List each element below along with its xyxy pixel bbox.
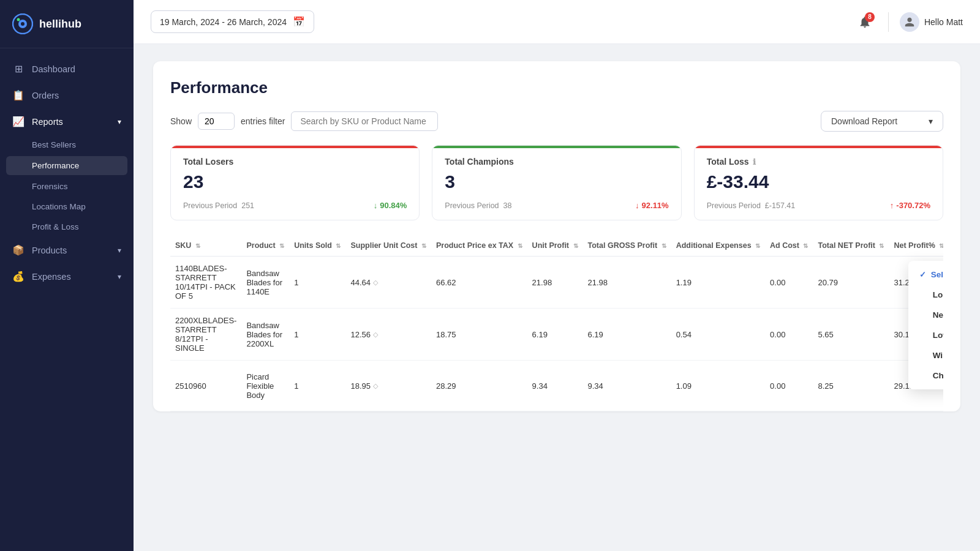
- total-loss-trend: ↑ -370.72%: [890, 201, 930, 210]
- total-losers-prev: Previous Period 251: [183, 201, 254, 210]
- cell-net-1: 20.79: [813, 257, 889, 309]
- cell-supplier-2: 12.56 ◇: [345, 309, 431, 361]
- reports-icon: 📈: [12, 116, 24, 127]
- cell-price-1: 66.62: [431, 257, 527, 309]
- notification-button[interactable]: 8: [853, 10, 877, 34]
- info-icon[interactable]: ℹ: [753, 157, 756, 167]
- total-champions-footer: Previous Period 38 ↓ 92.11%: [445, 201, 668, 210]
- cell-units-1: 1: [289, 257, 345, 309]
- adcost-sort-icon[interactable]: ⇅: [803, 242, 808, 249]
- svg-point-2: [21, 22, 24, 26]
- sidebar-label-reports: Reports: [32, 117, 63, 127]
- total-champions-card: Total Champions 3 Previous Period 38 ↓ 9…: [432, 145, 681, 220]
- reports-submenu: Best Sellers Performance Forensics Locat…: [0, 135, 134, 237]
- units-sort-icon[interactable]: ⇅: [336, 242, 341, 249]
- sidebar-item-products[interactable]: 📦 Products ▾: [0, 237, 134, 263]
- sidebar-label-products: Products: [32, 246, 67, 255]
- download-report-button[interactable]: Download Report ▾: [821, 111, 943, 132]
- total-champions-prev: Previous Period 38: [445, 201, 511, 210]
- download-label: Download Report: [831, 116, 897, 126]
- entries-filter-label: entries filter: [241, 116, 285, 126]
- filter-champion[interactable]: Champion: [908, 365, 943, 386]
- date-range-picker[interactable]: 19 March, 2024 - 26 March, 2024 📅: [151, 10, 314, 33]
- notification-badge: 8: [865, 12, 875, 22]
- price-sort-icon[interactable]: ⇅: [518, 242, 522, 249]
- app-logo[interactable]: hellihub: [0, 0, 134, 48]
- products-chevron-icon: ▾: [118, 246, 121, 255]
- header-right: 8 Hello Matt: [853, 10, 963, 34]
- cell-net-2: 5.65: [813, 309, 889, 361]
- total-champions-title: Total Champions: [445, 157, 668, 167]
- reports-chevron-icon: ▾: [118, 118, 121, 126]
- sidebar-item-orders[interactable]: 📋 Orders: [0, 82, 134, 108]
- total-losers-card: Total Losers 23 Previous Period 251 ↓ 90…: [170, 145, 420, 220]
- page-title: Performance: [170, 78, 943, 97]
- sidebar-item-locations-map[interactable]: Locations Map: [0, 197, 134, 217]
- sku-sort-icon[interactable]: ⇅: [195, 242, 200, 249]
- filter-select-filter[interactable]: ✓ Select Filter: [908, 264, 943, 285]
- entries-select[interactable]: 20 50 100: [198, 113, 235, 130]
- main-content: 19 March, 2024 - 26 March, 2024 📅 8 Hell…: [134, 0, 980, 551]
- netpct-sort-icon[interactable]: ⇅: [939, 242, 943, 249]
- avatar: [900, 12, 919, 32]
- cell-unit-profit-2: 6.19: [527, 309, 583, 361]
- status-filter-dropdown: ✓ Select Filter Losers: [908, 261, 943, 389]
- total-loss-card: Total Loss ℹ £-33.44 Previous Period £-1…: [694, 145, 943, 220]
- cell-supplier-1: 44.64 ◇: [345, 257, 431, 309]
- sidebar-nav: ⊞ Dashboard 📋 Orders 📈 Reports ▾ Best Se…: [0, 48, 134, 551]
- cell-adcost-1: 0.00: [765, 257, 813, 309]
- table-row: 2200XLBLADES-STARRETT 8/12TPI - SINGLE B…: [170, 309, 943, 361]
- addexp-sort-icon[interactable]: ⇅: [755, 242, 760, 249]
- dashboard-icon: ⊞: [12, 63, 24, 75]
- total-losers-trend: ↓ 90.84%: [374, 201, 407, 210]
- cell-units-2: 1: [289, 309, 345, 361]
- product-sort-icon[interactable]: ⇅: [279, 242, 284, 249]
- col-additional-expenses: Additional Expenses ⇅: [671, 235, 765, 257]
- user-icon: [904, 17, 915, 28]
- filter-low-profit[interactable]: Low Profit: [908, 325, 943, 345]
- svg-point-3: [17, 18, 20, 21]
- trend-arrow-up: ↑: [890, 201, 894, 210]
- unit-profit-sort-icon[interactable]: ⇅: [573, 242, 578, 249]
- filter-losers[interactable]: Losers: [908, 285, 943, 305]
- supplier-sort-icon[interactable]: ⇅: [421, 242, 426, 249]
- gross-sort-icon[interactable]: ⇅: [662, 242, 666, 249]
- user-area[interactable]: Hello Matt: [888, 12, 963, 32]
- cell-adcost-2: 0.00: [765, 309, 813, 361]
- total-loss-prev: Previous Period £-157.41: [707, 201, 796, 210]
- download-chevron-icon: ▾: [929, 116, 933, 126]
- sidebar-item-best-sellers[interactable]: Best Sellers: [0, 135, 134, 155]
- sidebar-item-reports[interactable]: 📈 Reports ▾: [0, 108, 134, 135]
- col-sku: SKU ⇅: [170, 235, 241, 257]
- date-range-value: 19 March, 2024 - 26 March, 2024: [160, 17, 287, 27]
- table-row: 2510960 Picard Flexible Body 1 18.95 ◇ 2…: [170, 361, 943, 411]
- col-total-gross-profit: Total GROSS Profit ⇅: [583, 235, 671, 257]
- trend-arrow-down: ↓: [374, 201, 378, 210]
- table-row: 1140BLADES-STARRETT 10/14TPI - PACK OF 5…: [170, 257, 943, 309]
- expenses-chevron-icon: ▾: [118, 272, 121, 281]
- sidebar-item-dashboard[interactable]: ⊞ Dashboard: [0, 56, 134, 82]
- sidebar: hellihub ⊞ Dashboard 📋 Orders 📈 Reports …: [0, 0, 134, 551]
- total-champions-trend: ↓ 92.11%: [635, 201, 669, 210]
- col-net-profit-pct: Net Profit% ⇅: [889, 235, 943, 257]
- cell-product-1: Bandsaw Blades for 1140E: [241, 257, 289, 309]
- cell-supplier-3: 18.95 ◇: [345, 361, 431, 411]
- net-sort-icon[interactable]: ⇅: [879, 242, 884, 249]
- sidebar-item-profit-loss[interactable]: Profit & Loss: [0, 217, 134, 237]
- filter-neutrals[interactable]: Neutrals: [908, 305, 943, 325]
- sidebar-item-expenses[interactable]: 💰 Expenses ▾: [0, 263, 134, 290]
- controls-row: Show 20 50 100 entries filter Download R…: [170, 111, 943, 132]
- search-input[interactable]: [291, 111, 438, 131]
- diamond-icon-3: ◇: [373, 382, 378, 390]
- cell-gross-1: 21.98: [583, 257, 671, 309]
- cell-sku-3: 2510960: [170, 361, 241, 411]
- cell-price-2: 18.75: [431, 309, 527, 361]
- sidebar-label-dashboard: Dashboard: [32, 64, 75, 74]
- cell-product-2: Bandsaw Blades for 2200XL: [241, 309, 289, 361]
- calendar-icon: 📅: [293, 16, 305, 28]
- sidebar-item-performance[interactable]: Performance: [6, 156, 127, 175]
- sidebar-item-forensics[interactable]: Forensics: [0, 176, 134, 197]
- sidebar-label-orders: Orders: [32, 91, 59, 100]
- filter-winners[interactable]: Winners: [908, 345, 943, 365]
- logo-icon: [12, 13, 33, 34]
